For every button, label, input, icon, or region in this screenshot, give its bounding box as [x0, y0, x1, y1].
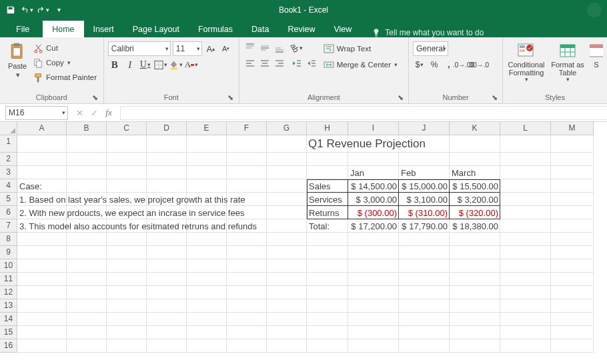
- cell-content-J6[interactable]: $ (310.00): [399, 206, 450, 219]
- cell-H9[interactable]: [307, 246, 348, 259]
- decrease-indent-button[interactable]: [290, 57, 304, 70]
- cell-M16[interactable]: [551, 339, 594, 353]
- save-button[interactable]: [4, 3, 17, 17]
- cell-content-I4[interactable]: $ 14,500.00: [348, 179, 399, 193]
- cell-C15[interactable]: [107, 326, 147, 339]
- cell-A13[interactable]: [17, 299, 67, 313]
- cell-H12[interactable]: [307, 286, 348, 299]
- cell-M7[interactable]: [551, 219, 594, 233]
- col-header-G[interactable]: G: [267, 122, 307, 135]
- col-header-F[interactable]: F: [227, 122, 267, 135]
- cell-B1[interactable]: [67, 135, 107, 153]
- tab-formulas[interactable]: Formulas: [189, 21, 242, 37]
- cell-A2[interactable]: [17, 153, 67, 166]
- tab-insert[interactable]: Insert: [84, 21, 123, 37]
- cell-content-I7[interactable]: $ 17,200.00: [348, 219, 399, 233]
- decrease-decimal-button[interactable]: .00→.0: [472, 58, 485, 71]
- row-header-8[interactable]: 8: [0, 233, 17, 246]
- cell-L11[interactable]: [500, 273, 551, 286]
- cell-M10[interactable]: [551, 259, 594, 273]
- cell-C13[interactable]: [107, 299, 147, 313]
- cell-H16[interactable]: [307, 339, 348, 353]
- align-middle-button[interactable]: [258, 41, 271, 55]
- col-header-H[interactable]: H: [307, 122, 348, 135]
- col-header-A[interactable]: A: [17, 122, 67, 135]
- merge-center-button[interactable]: Merge & Center▾: [322, 57, 399, 72]
- cell-B11[interactable]: [67, 273, 107, 286]
- cell-C16[interactable]: [107, 339, 147, 353]
- col-header-B[interactable]: B: [67, 122, 107, 135]
- cell-M15[interactable]: [551, 326, 594, 339]
- cell-K16[interactable]: [450, 339, 500, 353]
- cell-K10[interactable]: [450, 259, 500, 273]
- formula-input[interactable]: [120, 106, 607, 120]
- cell-K8[interactable]: [450, 233, 500, 246]
- row-header-12[interactable]: 12: [0, 286, 17, 299]
- cell-E2[interactable]: [187, 153, 227, 166]
- cell-I9[interactable]: [348, 246, 399, 259]
- cell-K12[interactable]: [450, 286, 500, 299]
- row-header-7[interactable]: 7: [0, 219, 17, 233]
- cell-A3[interactable]: [17, 166, 67, 179]
- cell-F11[interactable]: [227, 273, 267, 286]
- cell-F9[interactable]: [227, 246, 267, 259]
- row-header-9[interactable]: 9: [0, 246, 17, 259]
- cell-B10[interactable]: [67, 259, 107, 273]
- cell-J11[interactable]: [399, 273, 450, 286]
- col-header-C[interactable]: C: [107, 122, 147, 135]
- cell-G9[interactable]: [267, 246, 307, 259]
- format-as-table-button[interactable]: Format as Table▾: [548, 41, 587, 83]
- select-all-button[interactable]: [0, 122, 17, 135]
- col-header-J[interactable]: J: [399, 122, 450, 135]
- cell-content-G1[interactable]: Q1 Revenue Projection: [267, 135, 467, 153]
- increase-indent-button[interactable]: [305, 57, 318, 70]
- cell-content-K5[interactable]: $ 3,200.00: [450, 193, 500, 206]
- cell-G13[interactable]: [267, 299, 307, 313]
- number-launcher[interactable]: ⬊: [490, 93, 498, 101]
- cell-E8[interactable]: [187, 233, 227, 246]
- cell-E16[interactable]: [187, 339, 227, 353]
- cell-H11[interactable]: [307, 273, 348, 286]
- cell-F2[interactable]: [227, 153, 267, 166]
- cell-L3[interactable]: [500, 166, 551, 179]
- cell-A8[interactable]: [17, 233, 67, 246]
- tab-data[interactable]: Data: [242, 21, 278, 37]
- cell-A9[interactable]: [17, 246, 67, 259]
- cell-K14[interactable]: [450, 313, 500, 326]
- font-color-button[interactable]: A▾: [185, 58, 198, 71]
- cell-F4[interactable]: [227, 179, 267, 193]
- number-format-dropdown[interactable]: General▾: [413, 41, 448, 56]
- cell-B13[interactable]: [67, 299, 107, 313]
- cell-H8[interactable]: [307, 233, 348, 246]
- accounting-format-button[interactable]: $▾: [413, 58, 426, 71]
- cell-styles-button[interactable]: S: [590, 41, 603, 69]
- cell-M9[interactable]: [551, 246, 594, 259]
- cell-A14[interactable]: [17, 313, 67, 326]
- cell-M8[interactable]: [551, 233, 594, 246]
- cell-L5[interactable]: [500, 193, 551, 206]
- cell-E11[interactable]: [187, 273, 227, 286]
- cell-L12[interactable]: [500, 286, 551, 299]
- align-top-button[interactable]: [243, 41, 257, 55]
- tab-review[interactable]: Review: [278, 21, 324, 37]
- cell-content-A7[interactable]: 3. This model also accounts for esitmate…: [17, 219, 297, 233]
- cell-E12[interactable]: [187, 286, 227, 299]
- cell-G4[interactable]: [267, 179, 307, 193]
- row-header-3[interactable]: 3: [0, 166, 17, 179]
- cell-C3[interactable]: [107, 166, 147, 179]
- format-painter-button[interactable]: Format Painter: [32, 71, 98, 84]
- cell-L16[interactable]: [500, 339, 551, 353]
- clipboard-launcher[interactable]: ⬊: [91, 93, 99, 101]
- italic-button[interactable]: I: [123, 58, 137, 71]
- cell-L4[interactable]: [500, 179, 551, 193]
- cell-F13[interactable]: [227, 299, 267, 313]
- cell-M4[interactable]: [551, 179, 594, 193]
- cell-I12[interactable]: [348, 286, 399, 299]
- copy-button[interactable]: Copy▾: [32, 56, 98, 69]
- alignment-launcher[interactable]: ⬊: [396, 93, 404, 101]
- cell-M11[interactable]: [551, 273, 594, 286]
- cell-content-A4[interactable]: Case:: [17, 179, 67, 193]
- font-launcher[interactable]: ⬊: [227, 93, 235, 101]
- col-header-I[interactable]: I: [348, 122, 399, 135]
- cell-H15[interactable]: [307, 326, 348, 339]
